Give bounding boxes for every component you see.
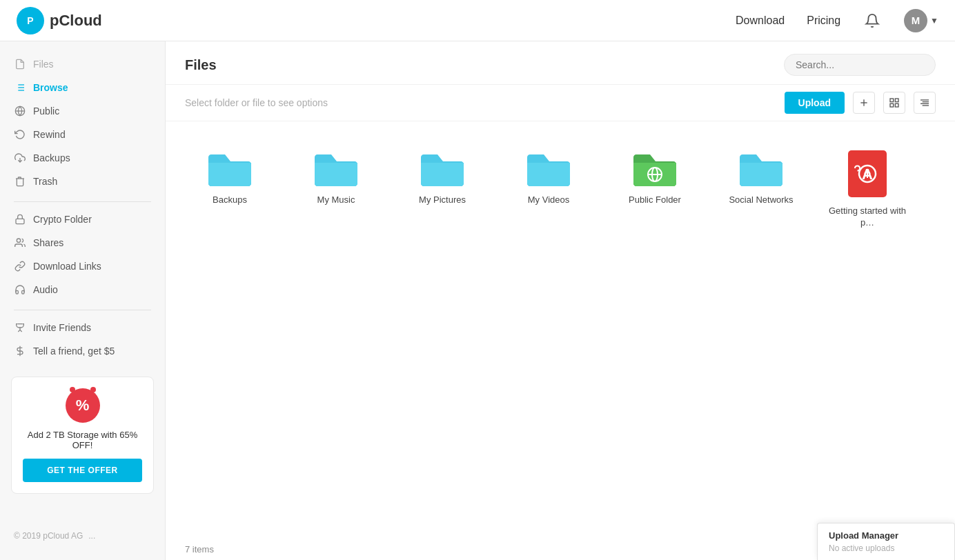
file-name-getting-started: Getting started with p… xyxy=(828,206,907,229)
file-item-my-videos[interactable]: My Videos xyxy=(504,141,593,237)
sidebar-item-crypto-folder[interactable]: Crypto Folder xyxy=(0,208,165,231)
notification-icon[interactable] xyxy=(863,11,882,30)
add-folder-button[interactable] xyxy=(853,92,875,114)
file-name-social-networks: Social Networks xyxy=(729,194,793,206)
toolbar-hint: Select folder or file to see options xyxy=(185,97,328,108)
rewind-icon xyxy=(14,128,26,141)
sidebar-files-section: Files Browse xyxy=(0,52,165,193)
svg-rect-21 xyxy=(890,103,894,107)
sidebar-divider-1 xyxy=(14,201,151,202)
link-icon xyxy=(14,260,26,272)
trash-label: Trash xyxy=(33,176,57,187)
upload-manager-title: Upload Manager xyxy=(829,530,943,541)
header-nav: Download Pricing M ▼ xyxy=(736,9,938,32)
sidebar-item-rewind[interactable]: Rewind xyxy=(0,123,165,146)
sidebar-item-trash[interactable]: Trash xyxy=(0,170,165,193)
file-item-my-music[interactable]: My Music xyxy=(291,141,381,237)
promo-button[interactable]: GET THE OFFER xyxy=(23,459,142,482)
public-label: Public xyxy=(33,106,59,117)
svg-point-12 xyxy=(17,239,20,242)
file-name-my-music: My Music xyxy=(317,194,355,206)
users-icon xyxy=(14,237,26,249)
copyright-text: © 2019 pCloud AG xyxy=(14,531,83,541)
download-links-label: Download Links xyxy=(33,261,101,272)
folder-icon-social-networks xyxy=(737,149,785,188)
sidebar-item-tell-friend[interactable]: Tell a friend, get $5 xyxy=(0,339,165,363)
file-item-backups[interactable]: Backups xyxy=(185,141,275,237)
tell-friend-label: Tell a friend, get $5 xyxy=(33,346,115,357)
more-icon[interactable]: ... xyxy=(88,531,95,541)
pdf-icon-getting-started: A xyxy=(847,149,888,199)
browse-icon xyxy=(14,81,26,94)
files-label: Files xyxy=(33,59,54,70)
header: P pCloud Download Pricing M ▼ xyxy=(0,0,955,41)
sidebar: Files Browse xyxy=(0,41,166,560)
page-title: Files xyxy=(185,57,217,73)
sidebar-item-browse[interactable]: Browse xyxy=(0,76,165,99)
trash-icon xyxy=(14,175,26,188)
headphones-icon xyxy=(14,283,26,296)
files-grid-container: Backups My Music xyxy=(166,121,955,539)
grid-view-button[interactable] xyxy=(883,92,905,114)
sidebar-footer: © 2019 pCloud AG ... xyxy=(0,523,165,549)
sidebar-item-public[interactable]: Public xyxy=(0,99,165,123)
sidebar-divider-2 xyxy=(14,310,151,310)
file-name-public-folder: Public Folder xyxy=(629,194,681,206)
backups-icon xyxy=(14,152,26,164)
upload-button[interactable]: Upload xyxy=(785,92,845,114)
sidebar-item-backups[interactable]: Backups xyxy=(0,146,165,170)
file-item-my-pictures[interactable]: My Pictures xyxy=(397,141,487,237)
svg-text:P: P xyxy=(27,15,33,26)
trophy-icon xyxy=(14,321,26,334)
invite-friends-label: Invite Friends xyxy=(33,322,91,333)
file-name-my-pictures: My Pictures xyxy=(419,194,466,206)
sidebar-extra-section: Crypto Folder Shares xyxy=(0,208,165,301)
file-name-my-videos: My Videos xyxy=(528,194,569,206)
files-toolbar: Select folder or file to see options Upl… xyxy=(166,85,955,121)
search-input[interactable] xyxy=(784,54,936,76)
folder-icon-public-folder xyxy=(631,149,679,188)
lock-icon xyxy=(14,213,26,226)
app-body: Files Browse xyxy=(0,41,955,560)
sidebar-item-invite-friends[interactable]: Invite Friends xyxy=(0,316,165,339)
sidebar-item-shares[interactable]: Shares xyxy=(0,231,165,254)
dollar-icon xyxy=(14,345,26,357)
svg-rect-20 xyxy=(895,103,898,107)
svg-rect-19 xyxy=(895,99,898,102)
sidebar-item-download-links[interactable]: Download Links xyxy=(0,254,165,278)
file-item-social-networks[interactable]: Social Networks xyxy=(716,141,806,237)
user-menu[interactable]: M ▼ xyxy=(904,9,938,32)
file-item-public-folder[interactable]: Public Folder xyxy=(610,141,700,237)
sidebar-item-audio[interactable]: Audio xyxy=(0,278,165,301)
sort-button[interactable] xyxy=(914,92,936,114)
promo-text: Add 2 TB Storage with 65% OFF! xyxy=(23,430,142,450)
file-item-getting-started[interactable]: A Getting started with p… xyxy=(823,141,912,237)
folder-icon-backups xyxy=(206,149,254,188)
toolbar-actions: Upload xyxy=(785,92,936,114)
folder-icon-my-videos xyxy=(524,149,573,188)
folder-icon-my-music xyxy=(312,149,360,188)
browse-label: Browse xyxy=(33,82,68,93)
promo-badge-icon: % xyxy=(76,397,90,414)
shares-label: Shares xyxy=(33,237,63,248)
public-icon xyxy=(14,105,26,117)
items-count-text: 7 items xyxy=(185,544,214,554)
crypto-folder-label: Crypto Folder xyxy=(33,214,92,225)
logo[interactable]: P pCloud xyxy=(17,7,102,34)
upload-manager[interactable]: Upload Manager No active uploads xyxy=(817,523,955,560)
folder-icon-my-pictures xyxy=(418,149,466,188)
logo-text: pCloud xyxy=(50,12,102,30)
main-content: Files Select folder or file to see optio… xyxy=(166,41,955,560)
svg-rect-11 xyxy=(16,219,24,223)
sidebar-bottom-section: Invite Friends Tell a friend, get $5 xyxy=(0,316,165,363)
file-name-backups: Backups xyxy=(213,194,247,206)
sidebar-item-files-label: Files xyxy=(0,52,165,76)
backups-label: Backups xyxy=(33,152,70,163)
audio-label: Audio xyxy=(33,284,58,295)
svg-text:A: A xyxy=(862,166,873,183)
logo-icon: P xyxy=(17,7,44,34)
nav-download[interactable]: Download xyxy=(736,14,785,27)
files-grid: Backups My Music xyxy=(185,141,936,237)
rewind-label: Rewind xyxy=(33,129,66,140)
nav-pricing[interactable]: Pricing xyxy=(807,14,840,27)
